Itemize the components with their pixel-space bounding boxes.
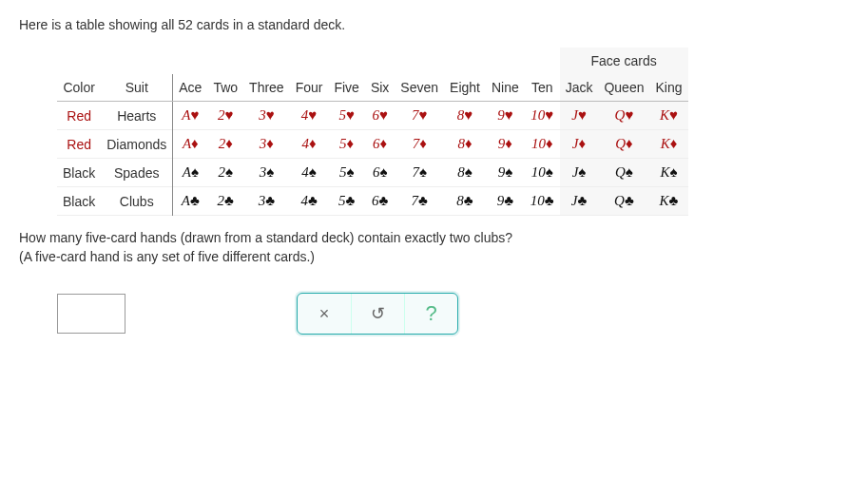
card-cell: 4♦ — [290, 130, 329, 159]
header-suit: Suit — [101, 74, 173, 102]
card-cell: 8♥ — [444, 102, 486, 130]
card-cell: J♣ — [560, 187, 599, 216]
help-button[interactable]: ? — [404, 294, 457, 334]
card-cell: J♥ — [560, 102, 599, 130]
card-cell: A♣ — [173, 187, 208, 216]
answer-input[interactable] — [57, 294, 125, 334]
header-rank: Ace — [173, 74, 208, 102]
card-cell: 4♣ — [290, 187, 329, 216]
header-color: Color — [57, 74, 101, 102]
card-cell: 2♣ — [207, 187, 243, 216]
reset-icon: ↺ — [371, 303, 385, 324]
header-rank: Three — [243, 74, 290, 102]
header-rank: Six — [365, 74, 395, 102]
card-cell: 5♥ — [328, 102, 364, 130]
card-cell: A♠ — [173, 159, 208, 187]
header-rank: Queen — [598, 74, 649, 102]
rank-header-row: Color Suit Ace Two Three Four Five Six S… — [57, 74, 688, 102]
card-cell: 3♦ — [243, 130, 290, 159]
deck-table: Face cards Color Suit Ace Two Three Four… — [57, 48, 688, 216]
clear-button[interactable]: × — [298, 294, 351, 334]
card-cell: A♦ — [173, 130, 208, 159]
card-cell: 10♠ — [525, 159, 560, 187]
color-cell: Black — [57, 187, 101, 216]
header-rank: Ten — [525, 74, 560, 102]
help-icon: ? — [425, 301, 436, 326]
header-rank: Two — [207, 74, 243, 102]
card-cell: 7♥ — [395, 102, 444, 130]
suit-row-diamonds: RedDiamondsA♦2♦3♦4♦5♦6♦7♦8♦9♦10♦J♦Q♦K♦ — [57, 130, 688, 159]
suit-cell: Diamonds — [101, 130, 173, 159]
card-cell: 6♥ — [365, 102, 395, 130]
card-cell: 10♥ — [525, 102, 560, 130]
reset-button[interactable]: ↺ — [351, 294, 404, 334]
card-cell: 2♦ — [207, 130, 243, 159]
header-rank: Eight — [444, 74, 486, 102]
header-rank: Five — [328, 74, 364, 102]
card-cell: K♥ — [649, 102, 687, 130]
card-cell: 4♥ — [290, 102, 329, 130]
card-cell: 5♣ — [328, 187, 364, 216]
card-cell: Q♦ — [598, 130, 649, 159]
intro-text: Here is a table showing all 52 cards in … — [19, 17, 849, 32]
card-cell: 9♥ — [486, 102, 525, 130]
color-cell: Red — [57, 102, 101, 130]
question-line2: (A five-card hand is any set of five dif… — [19, 249, 315, 264]
card-cell: 7♣ — [395, 187, 444, 216]
card-cell: 5♦ — [328, 130, 364, 159]
card-cell: 9♣ — [486, 187, 525, 216]
header-rank: Four — [290, 74, 329, 102]
card-cell: 9♦ — [486, 130, 525, 159]
question-line1: How many five-card hands (drawn from a s… — [19, 230, 512, 245]
card-cell: 10♣ — [525, 187, 560, 216]
color-cell: Black — [57, 159, 101, 187]
card-cell: 8♣ — [444, 187, 486, 216]
suit-row-spades: BlackSpadesA♠2♠3♠4♠5♠6♠7♠8♠9♠10♠J♠Q♠K♠ — [57, 159, 688, 187]
card-cell: 8♠ — [444, 159, 486, 187]
card-cell: Q♥ — [598, 102, 649, 130]
card-cell: Q♣ — [598, 187, 649, 216]
card-cell: 8♦ — [444, 130, 486, 159]
card-cell: 9♠ — [486, 159, 525, 187]
button-group: × ↺ ? — [297, 293, 458, 335]
suit-row-clubs: BlackClubsA♣2♣3♣4♣5♣6♣7♣8♣9♣10♣J♣Q♣K♣ — [57, 187, 688, 216]
card-cell: K♠ — [649, 159, 687, 187]
card-cell: 6♠ — [365, 159, 395, 187]
suit-row-hearts: RedHeartsA♥2♥3♥4♥5♥6♥7♥8♥9♥10♥J♥Q♥K♥ — [57, 102, 688, 130]
face-cards-header: Face cards — [560, 48, 688, 74]
card-cell: K♣ — [649, 187, 687, 216]
card-cell: K♦ — [649, 130, 687, 159]
header-rank: Seven — [395, 74, 444, 102]
card-cell: 3♥ — [243, 102, 290, 130]
suit-cell: Clubs — [101, 187, 173, 216]
card-cell: 7♦ — [395, 130, 444, 159]
header-rank: Nine — [486, 74, 525, 102]
close-icon: × — [319, 304, 330, 324]
header-rank: Jack — [560, 74, 599, 102]
suit-cell: Hearts — [101, 102, 173, 130]
card-cell: J♠ — [560, 159, 599, 187]
card-cell: 2♠ — [207, 159, 243, 187]
header-rank: King — [649, 74, 687, 102]
suit-cell: Spades — [101, 159, 173, 187]
card-cell: Q♠ — [598, 159, 649, 187]
card-cell: 3♣ — [243, 187, 290, 216]
card-cell: J♦ — [560, 130, 599, 159]
question-text: How many five-card hands (drawn from a s… — [19, 229, 849, 266]
card-cell: 3♠ — [243, 159, 290, 187]
color-cell: Red — [57, 130, 101, 159]
card-cell: 10♦ — [525, 130, 560, 159]
card-cell: A♥ — [173, 102, 208, 130]
card-cell: 2♥ — [207, 102, 243, 130]
card-cell: 5♠ — [328, 159, 364, 187]
card-cell: 6♦ — [365, 130, 395, 159]
card-cell: 6♣ — [365, 187, 395, 216]
card-cell: 7♠ — [395, 159, 444, 187]
card-cell: 4♠ — [290, 159, 329, 187]
